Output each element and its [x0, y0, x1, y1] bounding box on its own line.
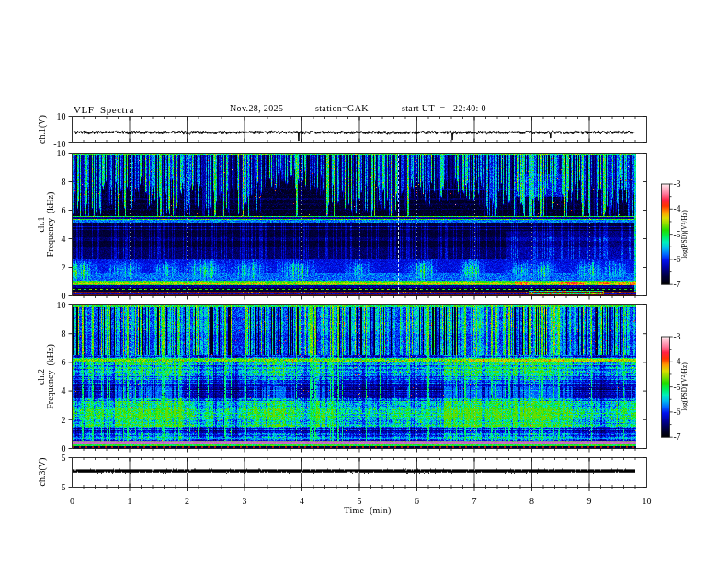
svg-text:4: 4	[62, 234, 66, 244]
svg-text:8: 8	[529, 496, 534, 506]
svg-text:Nov.28, 2025: Nov.28, 2025	[230, 103, 283, 113]
svg-text:8: 8	[62, 177, 66, 187]
svg-text:5: 5	[62, 453, 66, 463]
svg-text:10: 10	[57, 300, 66, 310]
svg-text:Frequency (kHz): Frequency (kHz)	[45, 344, 56, 409]
svg-text:2: 2	[185, 496, 189, 506]
svg-text:10: 10	[643, 496, 652, 506]
svg-text:-5: -5	[58, 482, 65, 492]
svg-text:10: 10	[57, 148, 66, 158]
svg-text:ch.1(V): ch.1(V)	[37, 115, 48, 144]
svg-text:0: 0	[70, 496, 74, 506]
svg-text:-7: -7	[674, 280, 681, 289]
svg-text:ch.3(V): ch.3(V)	[37, 458, 48, 487]
svg-text:2: 2	[62, 262, 66, 272]
svg-text:9: 9	[587, 496, 592, 506]
svg-text:start UT = 22:40: 0: start UT = 22:40: 0	[402, 103, 486, 113]
svg-text:6: 6	[62, 205, 66, 215]
svg-text:7: 7	[472, 496, 477, 506]
svg-text:log(PSD)(V2/Hz): log(PSD)(V2/Hz)	[680, 210, 689, 259]
svg-text:6: 6	[415, 496, 419, 506]
svg-text:4: 4	[300, 496, 304, 506]
svg-text:10: 10	[57, 111, 66, 121]
svg-text:log(PSD)(V2/Hz): log(PSD)(V2/Hz)	[680, 362, 689, 411]
svg-text:-3: -3	[674, 332, 681, 341]
svg-text:VLF Spectra: VLF Spectra	[74, 104, 134, 115]
svg-text:station=GAK: station=GAK	[315, 103, 369, 113]
svg-text:1: 1	[128, 496, 132, 506]
svg-text:Frequency (kHz): Frequency (kHz)	[45, 192, 56, 258]
svg-text:2: 2	[62, 415, 66, 425]
svg-text:-7: -7	[674, 432, 681, 442]
svg-text:6: 6	[62, 357, 66, 367]
svg-text:8: 8	[62, 328, 66, 339]
svg-text:Time (min): Time (min)	[344, 505, 391, 516]
svg-text:-3: -3	[674, 179, 681, 189]
svg-text:4: 4	[62, 385, 66, 396]
svg-text:3: 3	[243, 496, 247, 506]
